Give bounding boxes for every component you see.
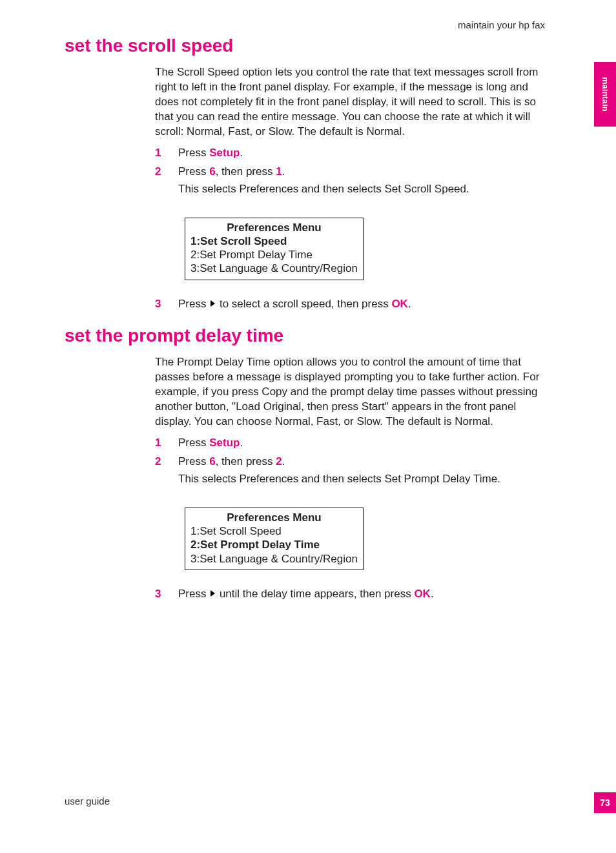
menu-item-3: 3:Set Language & Country/Region bbox=[190, 262, 358, 275]
text-fragment: . bbox=[282, 455, 285, 468]
step-number: 2 bbox=[155, 455, 178, 469]
intro-paragraph: The Scroll Speed option lets you control… bbox=[155, 65, 545, 139]
text-fragment: to select a scroll speed, then press bbox=[216, 298, 391, 310]
text-fragment: . bbox=[240, 147, 243, 159]
step-2: 2 Press 6, then press 1. This selects Pr… bbox=[155, 165, 545, 197]
button-label-ok: OK bbox=[391, 298, 408, 310]
text-fragment: Press bbox=[178, 147, 209, 159]
button-label-1: 1 bbox=[276, 165, 282, 178]
text-fragment: . bbox=[282, 165, 285, 178]
menu-item-2: 2:Set Prompt Delay Time bbox=[190, 538, 358, 551]
page-number-tab: 73 bbox=[594, 792, 616, 813]
footer-text: user guide bbox=[65, 796, 110, 807]
text-fragment: Press bbox=[178, 455, 209, 468]
menu-title: Preferences Menu bbox=[190, 511, 358, 524]
text-fragment: until the delay time appears, then press bbox=[216, 588, 414, 600]
text-fragment: . bbox=[408, 298, 411, 310]
step-number: 2 bbox=[155, 165, 178, 180]
button-label-2: 2 bbox=[276, 455, 282, 468]
step-number: 1 bbox=[155, 146, 178, 161]
text-fragment: Press bbox=[178, 437, 209, 449]
step-text: Press Setup. bbox=[178, 436, 545, 451]
step-1: 1 Press Setup. bbox=[155, 146, 545, 161]
text-fragment: Press bbox=[178, 298, 209, 310]
step-number: 1 bbox=[155, 436, 178, 451]
right-arrow-icon bbox=[210, 590, 215, 597]
button-label-setup: Setup bbox=[209, 437, 240, 449]
step-text: Press Setup. bbox=[178, 146, 545, 161]
button-label-6: 6 bbox=[209, 165, 215, 178]
page-content: maintain your hp fax set the scroll spee… bbox=[0, 0, 616, 602]
menu-item-2: 2:Set Prompt Delay Time bbox=[190, 248, 358, 262]
text-fragment: , then press bbox=[216, 165, 276, 178]
menu-title: Preferences Menu bbox=[190, 221, 358, 234]
step-text: Press 6, then press 2. This selects Pref… bbox=[178, 455, 545, 487]
step-3: 3 Press to select a scroll speed, then p… bbox=[155, 297, 545, 312]
step-text: Press to select a scroll speed, then pre… bbox=[178, 297, 545, 312]
text-fragment: , then press bbox=[216, 455, 276, 468]
preferences-menu-box: Preferences Menu 1:Set Scroll Speed 2:Se… bbox=[185, 218, 364, 280]
menu-item-3: 3:Set Language & Country/Region bbox=[190, 552, 358, 566]
button-label-setup: Setup bbox=[209, 147, 240, 159]
step-number: 3 bbox=[155, 587, 178, 602]
button-label-ok: OK bbox=[414, 588, 431, 600]
step-text: Press until the delay time appears, then… bbox=[178, 587, 545, 602]
text-fragment: Press bbox=[178, 588, 209, 600]
step-1: 1 Press Setup. bbox=[155, 436, 545, 451]
text-fragment: Press bbox=[178, 165, 209, 178]
step-number: 3 bbox=[155, 297, 178, 312]
intro-paragraph: The Prompt Delay Time option allows you … bbox=[155, 355, 545, 429]
right-arrow-icon bbox=[210, 300, 215, 307]
section-title-scroll-speed: set the scroll speed bbox=[65, 36, 551, 56]
preferences-menu-box: Preferences Menu 1:Set Scroll Speed 2:Se… bbox=[185, 508, 364, 570]
button-label-6: 6 bbox=[209, 455, 215, 468]
text-fragment: . bbox=[240, 437, 243, 449]
running-header: maintain your hp fax bbox=[65, 19, 551, 30]
step-text: Press 6, then press 1. This selects Pref… bbox=[178, 165, 545, 197]
step-subtext: This selects Preferences and then select… bbox=[178, 472, 545, 487]
step-2: 2 Press 6, then press 2. This selects Pr… bbox=[155, 455, 545, 487]
step-3: 3 Press until the delay time appears, th… bbox=[155, 587, 545, 602]
menu-item-1: 1:Set Scroll Speed bbox=[190, 234, 358, 248]
section-title-prompt-delay: set the prompt delay time bbox=[65, 325, 551, 346]
text-fragment: . bbox=[431, 588, 434, 600]
step-subtext: This selects Preferences and then select… bbox=[178, 182, 545, 197]
menu-item-1: 1:Set Scroll Speed bbox=[190, 524, 358, 538]
